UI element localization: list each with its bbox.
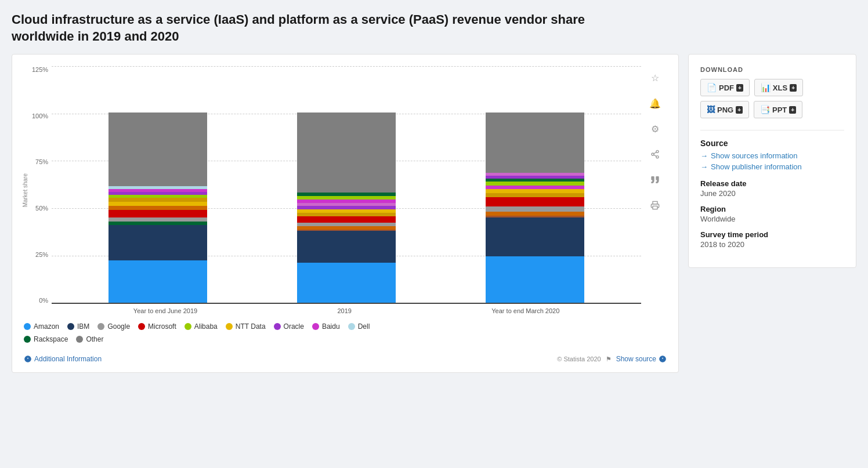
chart-card: Market share 125% 100% 75% 50% 25% 0% xyxy=(12,54,679,373)
download-buttons: 📄 PDF + 📊 XLS + 🖼 PNG + xyxy=(700,79,844,118)
legend-dot-rackspace xyxy=(24,336,31,343)
bar-group-3 xyxy=(486,113,584,303)
legend-ibm: IBM xyxy=(67,322,89,331)
bar-label-3: Year to end March 2020 xyxy=(491,307,559,314)
meta-section: Release date June 2020 Region Worldwide … xyxy=(700,179,844,249)
show-sources-link[interactable]: → Show sources information xyxy=(700,151,844,160)
legend-dot-nttdata xyxy=(226,323,233,330)
ppt-plus: + xyxy=(789,106,796,114)
legend-label-other: Other xyxy=(86,335,103,343)
download-ppt-button[interactable]: 📑 PPT + xyxy=(754,101,802,118)
chart-side-icons: ☆ 🔔 ⚙ xyxy=(641,66,669,314)
divider-1 xyxy=(700,130,844,130)
chart-footer: Additional Information © Statista 2020 ⚑… xyxy=(21,355,669,363)
legend-label-oracle: Oracle xyxy=(284,322,304,331)
png-icon: 🖼 xyxy=(707,105,715,114)
legend-oracle: Oracle xyxy=(274,322,304,331)
legend-alibaba: Alibaba xyxy=(185,322,218,331)
y-tick-125: 125% xyxy=(32,66,48,73)
pdf-label: PDF xyxy=(719,84,734,92)
download-label: DOWNLOAD xyxy=(700,66,844,73)
arrow-icon-2: → xyxy=(700,162,708,171)
page-title: Cloud infrastructure as a service (IaaS)… xyxy=(12,12,603,45)
release-date-value: June 2020 xyxy=(700,189,844,198)
legend-baidu: Baidu xyxy=(312,322,340,331)
source-section: Source → Show sources information → Show… xyxy=(700,139,844,171)
legend-rackspace: Rackspace xyxy=(24,335,68,343)
gear-button[interactable]: ⚙ xyxy=(646,119,664,138)
bar-label-1: Year to end June 2019 xyxy=(133,307,197,314)
bar-group-1 xyxy=(108,113,207,303)
legend-dot-other xyxy=(76,336,83,343)
legend-dot-alibaba xyxy=(185,323,191,330)
share-button[interactable] xyxy=(646,145,664,164)
region-item: Region Worldwide xyxy=(700,205,844,223)
xls-plus: + xyxy=(790,84,797,92)
svg-point-1 xyxy=(652,153,654,155)
arrow-icon-1: → xyxy=(700,151,708,160)
svg-point-2 xyxy=(656,156,659,158)
legend-dot-google xyxy=(97,323,104,330)
svg-line-3 xyxy=(654,155,657,157)
legend-label-google: Google xyxy=(107,322,130,331)
legend-dot-ibm xyxy=(67,323,74,330)
download-pdf-button[interactable]: 📄 PDF + xyxy=(700,79,750,96)
survey-time-label: Survey time period xyxy=(700,230,844,239)
legend-dot-dell xyxy=(348,323,355,330)
xls-label: XLS xyxy=(773,84,787,92)
ppt-icon: 📑 xyxy=(760,105,770,114)
source-heading: Source xyxy=(700,139,844,148)
additional-info-link[interactable]: Additional Information xyxy=(24,355,102,363)
show-source-link[interactable]: Show source xyxy=(616,355,667,363)
region-value: Worldwide xyxy=(700,215,844,223)
legend-label-nttdata: NTT Data xyxy=(236,322,266,331)
show-source-label: Show source xyxy=(616,355,656,363)
chart-legend: Amazon IBM Google Microsoft Alibaba NTT … xyxy=(21,322,669,343)
download-xls-button[interactable]: 📊 XLS + xyxy=(754,79,803,96)
sidebar-card: DOWNLOAD 📄 PDF + 📊 XLS + 🖼 PNG xyxy=(688,54,856,268)
y-tick-50: 50% xyxy=(35,205,48,212)
svg-point-0 xyxy=(656,151,659,153)
y-tick-25: 25% xyxy=(35,251,48,258)
legend-label-microsoft: Microsoft xyxy=(148,322,176,331)
legend-amazon: Amazon xyxy=(24,322,59,331)
show-publisher-link[interactable]: → Show publisher information xyxy=(700,162,844,171)
svg-rect-5 xyxy=(653,206,657,209)
legend-nttdata: NTT Data xyxy=(226,322,266,331)
survey-time-item: Survey time period 2018 to 2020 xyxy=(700,230,844,249)
copyright-text: © Statista 2020 xyxy=(557,355,601,362)
y-tick-75: 75% xyxy=(35,158,48,165)
survey-time-value: 2018 to 2020 xyxy=(700,240,844,249)
legend-label-amazon: Amazon xyxy=(34,322,59,331)
legend-dot-microsoft xyxy=(138,323,145,330)
show-publisher-label: Show publisher information xyxy=(711,162,802,171)
legend-google: Google xyxy=(97,322,130,331)
legend-label-dell: Dell xyxy=(358,322,370,331)
legend-label-ibm: IBM xyxy=(77,322,89,331)
release-date-label: Release date xyxy=(700,179,844,188)
main-layout: Market share 125% 100% 75% 50% 25% 0% xyxy=(12,54,856,373)
y-tick-100: 100% xyxy=(32,113,48,119)
pdf-plus: + xyxy=(736,84,743,92)
show-sources-label: Show sources information xyxy=(711,151,798,160)
flag-icon: ⚑ xyxy=(606,355,612,363)
release-date-item: Release date June 2020 xyxy=(700,179,844,198)
svg-line-4 xyxy=(654,153,657,154)
download-png-button[interactable]: 🖼 PNG + xyxy=(700,101,749,118)
legend-dot-amazon xyxy=(24,323,31,330)
quote-button[interactable] xyxy=(646,170,664,189)
xls-icon: 📊 xyxy=(761,83,771,92)
region-label: Region xyxy=(700,205,844,213)
bell-button[interactable]: 🔔 xyxy=(646,94,664,113)
legend-label-baidu: Baidu xyxy=(322,322,340,331)
legend-dot-baidu xyxy=(312,323,319,330)
legend-dot-oracle xyxy=(274,323,281,330)
png-plus: + xyxy=(736,106,743,114)
ppt-label: PPT xyxy=(772,106,787,114)
star-button[interactable]: ☆ xyxy=(646,68,664,87)
bar-group-2 xyxy=(297,113,396,303)
additional-info-label: Additional Information xyxy=(34,355,102,363)
legend-label-alibaba: Alibaba xyxy=(194,322,218,331)
print-button[interactable] xyxy=(646,196,664,215)
y-tick-0: 0% xyxy=(39,297,48,304)
